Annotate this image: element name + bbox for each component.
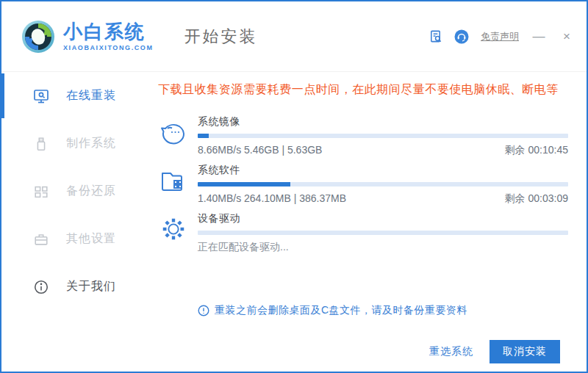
cancel-install-button[interactable]: 取消安装	[490, 340, 560, 363]
backup-note: 重装之前会删除桌面及C盘文件，请及时备份重要资料	[198, 304, 568, 317]
task-remaining: 剩余 00:10:45	[505, 144, 568, 157]
task-device-drivers: 设备驱动 正在匹配设备驱动...	[148, 212, 568, 254]
page-title: 开始安装	[184, 26, 258, 48]
alert-circle-icon	[198, 305, 209, 316]
main-area: 在线重装 制作系统	[1, 72, 587, 372]
progress-bar	[198, 182, 568, 186]
gear-icon	[148, 212, 198, 243]
sidebar-item-label: 备份还原	[66, 184, 116, 199]
sidebar-item-other-settings[interactable]: 其他设置	[1, 215, 148, 263]
content: 下载且收集资源需要耗费一点时间，在此期间尽量不要使电脑休眠、断电等 系统镜像	[148, 72, 587, 372]
download-warning-text: 下载且收集资源需要耗费一点时间，在此期间尽量不要使电脑休眠、断电等	[148, 82, 568, 98]
sidebar-item-label: 其他设置	[66, 231, 116, 247]
footer: 重选系统 取消安装	[429, 340, 560, 363]
close-button[interactable]: ×	[559, 29, 575, 44]
toolbox-icon	[32, 231, 50, 248]
task-system-image: 系统镜像 8.66MB/s 5.46GB | 5.63GB 剩余 00:10:4…	[148, 115, 568, 157]
backup-note-text: 重装之前会删除桌面及C盘文件，请及时备份重要资料	[215, 304, 467, 317]
progress-bar	[198, 134, 568, 138]
sidebar-item-label: 制作系统	[66, 136, 116, 151]
app-name: 小白系统	[63, 22, 154, 41]
header-controls: 免责声明 — ×	[428, 29, 575, 44]
backup-blocks-icon	[32, 183, 50, 200]
monitor-icon	[32, 87, 50, 105]
folder-icon	[148, 164, 198, 196]
task-stats: 8.66MB/s 5.46GB | 5.63GB	[198, 144, 322, 157]
app-window: 小白系统 XIAOBAIXITONG.COM 开始安装	[0, 0, 588, 373]
app-logo: 小白系统 XIAOBAIXITONG.COM	[21, 19, 154, 54]
task-title: 系统镜像	[198, 115, 568, 128]
progress-fill	[198, 182, 290, 186]
sidebar-item-online-reinstall[interactable]: 在线重装	[1, 72, 148, 120]
sidebar-item-make-system[interactable]: 制作系统	[1, 120, 148, 167]
customer-service-icon[interactable]	[454, 29, 469, 44]
sidebar: 在线重装 制作系统	[1, 72, 148, 372]
task-title: 设备驱动	[198, 212, 568, 225]
task-remaining: 剩余 00:03:09	[505, 192, 568, 206]
sidebar-item-label: 在线重装	[66, 88, 116, 104]
app-domain: XIAOBAIXITONG.COM	[63, 44, 154, 51]
progress-bar	[198, 231, 568, 235]
face-icon	[148, 115, 198, 148]
header: 小白系统 XIAOBAIXITONG.COM 开始安装	[1, 1, 587, 72]
app-logo-icon	[21, 19, 56, 54]
task-system-software: 系统软件 1.40MB/s 264.10MB | 386.37MB 剩余 00:…	[148, 164, 568, 206]
task-stats: 1.40MB/s 264.10MB | 386.37MB	[198, 192, 346, 206]
progress-fill	[198, 134, 209, 138]
sidebar-item-backup-restore[interactable]: 备份还原	[1, 167, 148, 215]
minimize-button[interactable]: —	[531, 29, 547, 44]
task-title: 系统软件	[198, 164, 568, 177]
task-status: 正在匹配设备驱动...	[198, 241, 289, 254]
log-viewer-icon[interactable]	[428, 29, 442, 44]
disclaimer-link[interactable]: 免责声明	[481, 30, 519, 43]
usb-icon	[32, 135, 50, 153]
reselect-system-button[interactable]: 重选系统	[429, 345, 473, 358]
app-logo-text: 小白系统 XIAOBAIXITONG.COM	[63, 22, 154, 51]
sidebar-item-label: 关于我们	[66, 279, 116, 294]
sidebar-item-about-us[interactable]: 关于我们	[1, 263, 148, 311]
info-icon	[32, 278, 50, 296]
